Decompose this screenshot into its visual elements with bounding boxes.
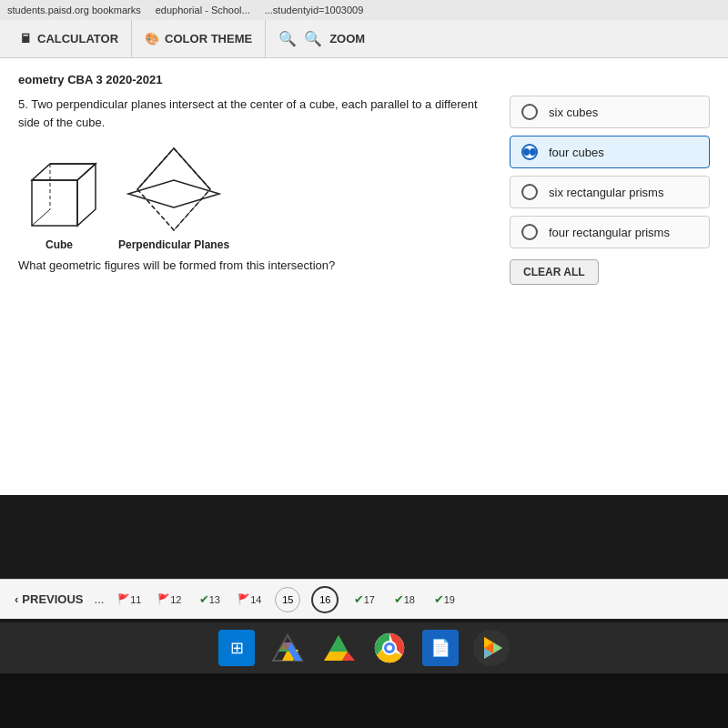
nav-page-18[interactable]: ✔ 18 [389, 587, 419, 612]
cube-diagram: Cube [18, 153, 100, 251]
option-text-1: six cubes [549, 106, 598, 119]
svg-marker-9 [137, 148, 210, 230]
radio-2[interactable] [521, 144, 538, 160]
nav-page-11[interactable]: 🚩 11 [115, 587, 144, 612]
check-icon-18: ✔ [394, 592, 404, 606]
svg-marker-30 [493, 642, 502, 653]
calculator-label: CALCULATOR [37, 32, 118, 46]
planes-svg [119, 144, 228, 235]
taskbar: ⊞ 📄 [0, 622, 728, 673]
taskbar-drive-icon[interactable] [269, 630, 306, 666]
diagrams: Cube Perpendicular Plan [18, 144, 491, 251]
nav-page-16[interactable]: 16 [311, 586, 339, 613]
flag-icon-11: 🚩 [117, 593, 130, 605]
answer-option-3[interactable]: six rectangular prisms [510, 176, 710, 208]
prev-icon: ‹ [15, 592, 18, 606]
svg-marker-20 [329, 635, 348, 652]
page-num-11: 11 [130, 594, 141, 605]
bottom-black-area [0, 673, 728, 728]
planes-label: Perpendicular Planes [118, 238, 229, 251]
check-icon-13: ✔ [199, 592, 209, 606]
taskbar-photos-icon[interactable] [320, 630, 357, 666]
prev-button[interactable]: ‹ PREVIOUS [15, 592, 84, 606]
taskbar-play-icon[interactable] [473, 630, 510, 666]
page-title: eometry CBA 3 2020-2021 [18, 73, 710, 86]
clear-all-button[interactable]: CLEAR ALL [510, 259, 599, 285]
page-num-19: 19 [444, 594, 455, 605]
calculator-icon: 🖩 [20, 32, 32, 46]
flag-icon-14: 🚩 [238, 593, 250, 605]
question-area: 5. Two perpendicular planes intersect at… [18, 96, 710, 285]
color-theme-button[interactable]: 🎨 COLOR THEME [132, 20, 266, 58]
svg-line-11 [137, 148, 174, 189]
svg-marker-2 [77, 164, 96, 226]
option-text-3: six rectangular prisms [549, 186, 663, 199]
page-num-13: 13 [209, 594, 220, 605]
browser-tab-2[interactable]: eduphorial - School... [156, 5, 250, 15]
question-left: 5. Two perpendicular planes intersect at… [18, 96, 491, 285]
prev-label: PREVIOUS [22, 592, 83, 606]
planes-diagram: Perpendicular Planes [118, 144, 229, 251]
bottom-nav: ‹ PREVIOUS ... 🚩 11 🚩 12 ✔ 13 🚩 14 15 16… [0, 579, 728, 619]
answer-option-4[interactable]: four rectangular prisms [510, 216, 710, 248]
nav-page-14[interactable]: 🚩 14 [235, 587, 264, 612]
nav-page-19[interactable]: ✔ 19 [430, 587, 459, 612]
svg-point-26 [387, 645, 392, 651]
taskbar-windows-icon[interactable]: ⊞ [218, 630, 255, 666]
calculator-button[interactable]: 🖩 CALCULATOR [7, 20, 132, 58]
option-text-2: four cubes [549, 146, 604, 159]
browser-bar: students.paisd.org bookmarks eduphorial … [0, 0, 728, 20]
cube-svg [18, 153, 100, 235]
svg-line-5 [32, 209, 50, 226]
nav-page-12[interactable]: 🚩 12 [155, 587, 184, 612]
main-content: eometry CBA 3 2020-2021 5. Two perpendic… [0, 58, 728, 495]
taskbar-docs-icon[interactable]: 📄 [422, 630, 459, 666]
palette-icon: 🎨 [145, 32, 159, 46]
zoom-in-icon[interactable]: 🔍 [278, 30, 297, 47]
svg-rect-0 [32, 180, 77, 226]
radio-3[interactable] [521, 184, 538, 200]
browser-tab-1[interactable]: students.paisd.org bookmarks [7, 5, 141, 15]
nav-page-15[interactable]: 15 [275, 587, 300, 612]
color-theme-label: COLOR THEME [165, 32, 252, 46]
question-text: 5. Two perpendicular planes intersect at… [18, 96, 491, 131]
check-icon-17: ✔ [354, 592, 364, 606]
zoom-label: ZOOM [329, 32, 365, 46]
radio-4[interactable] [521, 224, 538, 240]
svg-line-13 [137, 189, 174, 230]
question-body: Two perpendicular planes intersect at th… [18, 97, 478, 129]
browser-tab-3[interactable]: ...studentyid=1003009 [265, 5, 364, 15]
answer-option-1[interactable]: six cubes [510, 96, 710, 128]
flag-icon-12: 🚩 [157, 593, 170, 605]
answer-option-2[interactable]: four cubes [510, 136, 710, 168]
toolbar: 🖩 CALCULATOR 🎨 COLOR THEME 🔍 🔍 ZOOM [0, 20, 728, 58]
page-num-12: 12 [170, 594, 181, 605]
sub-question: What geometric figures will be formed fr… [18, 258, 491, 272]
zoom-out-icon[interactable]: 🔍 [304, 30, 322, 47]
nav-dots: ... [95, 592, 105, 606]
answer-options: six cubes four cubes six rectangular pri… [510, 96, 710, 285]
check-icon-19: ✔ [434, 592, 444, 606]
page-num-14: 14 [250, 594, 261, 605]
nav-page-13[interactable]: ✔ 13 [195, 587, 224, 612]
option-text-4: four rectangular prisms [549, 226, 670, 239]
taskbar-chrome-icon[interactable] [371, 630, 408, 666]
page-num-18: 18 [404, 594, 415, 605]
page-num-15: 15 [282, 594, 293, 605]
radio-1[interactable] [521, 104, 538, 120]
cube-label: Cube [46, 238, 73, 251]
page-num-16: 16 [319, 594, 330, 605]
page-num-17: 17 [364, 594, 375, 605]
zoom-controls: 🔍 🔍 ZOOM [266, 25, 378, 53]
svg-line-10 [174, 148, 210, 189]
nav-page-17[interactable]: ✔ 17 [349, 587, 379, 612]
question-number: 5. [18, 97, 28, 111]
